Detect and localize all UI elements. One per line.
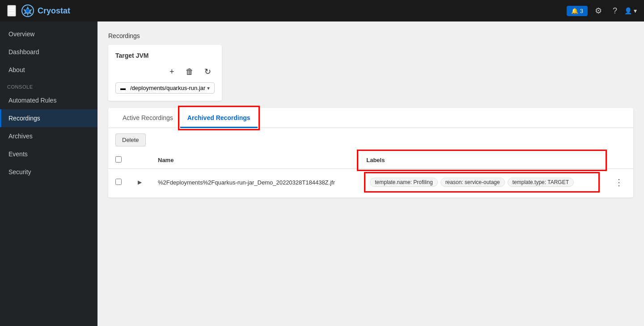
sidebar-label-security: Security — [8, 168, 31, 176]
sidebar-item-events[interactable]: Events — [0, 145, 97, 163]
tab-active-recordings[interactable]: Active Recordings — [115, 108, 180, 128]
label-tags-container: template.name: Profiling reason: service… — [366, 174, 597, 190]
trash-icon: 🗑 — [186, 67, 194, 77]
row-actions-cell: ⋮ — [605, 169, 633, 196]
sidebar-item-overview[interactable]: Overview — [0, 25, 97, 43]
table-header: Name Labels — [108, 152, 633, 169]
sidebar-label-overview: Overview — [8, 30, 34, 38]
target-actions: + 🗑 ↻ — [165, 64, 215, 79]
target-connection-icon: ▬ — [120, 85, 126, 91]
row-checkbox-cell — [108, 169, 129, 196]
row-name-cell: %2Fdeployments%2Fquarkus-run-jar_Demo_20… — [151, 169, 359, 196]
notifications-button[interactable]: 🔔 3 — [567, 6, 588, 16]
settings-button[interactable]: ⚙ — [591, 4, 606, 17]
recording-name: %2Fdeployments%2Fquarkus-run-jar_Demo_20… — [158, 179, 335, 186]
topbar-right: 🔔 3 ⚙ ? 👤 ▾ — [567, 4, 637, 17]
sidebar-item-automated-rules[interactable]: Automated Rules — [0, 91, 97, 109]
expand-row-button[interactable]: ▶ — [136, 178, 144, 186]
sidebar-label-events: Events — [8, 150, 28, 158]
sidebar-label-about: About — [8, 66, 25, 73]
sidebar-item-archives[interactable]: Archives — [0, 127, 97, 145]
add-recording-button[interactable]: + — [165, 64, 179, 79]
select-all-col — [108, 152, 129, 169]
help-icon: ? — [613, 6, 617, 15]
app-name: Cryostat — [38, 6, 70, 16]
sidebar-item-recordings[interactable]: Recordings — [0, 109, 97, 127]
refresh-icon: ↻ — [204, 67, 211, 77]
help-button[interactable]: ? — [609, 4, 621, 17]
delete-button[interactable]: Delete — [115, 133, 146, 146]
gear-icon: ⚙ — [595, 6, 602, 15]
user-icon: 👤 — [624, 7, 632, 14]
svg-point-2 — [26, 9, 30, 13]
sidebar-label-automated-rules: Automated Rules — [8, 97, 56, 104]
name-column-header: Name — [151, 152, 359, 169]
target-row: + 🗑 ↻ — [115, 64, 215, 79]
target-jvm-card: Target JVM + 🗑 ↻ ▬ /deployments/quarkus-… — [108, 45, 222, 101]
app-body: Overview Dashboard About Console Automat… — [0, 21, 644, 326]
sidebar-item-security[interactable]: Security — [0, 163, 97, 181]
main-content: Recordings Target JVM + 🗑 ↻ ▬ — [97, 21, 644, 326]
select-all-checkbox[interactable] — [115, 156, 122, 163]
tabs-bar: Active Recordings Archived Recordings — [108, 108, 633, 128]
page-section-label: Recordings — [108, 32, 633, 39]
labels-column-header: Labels — [359, 152, 605, 169]
table-row: ▶ %2Fdeployments%2Fquarkus-run-jar_Demo_… — [108, 169, 633, 196]
row-more-actions-button[interactable]: ⋮ — [612, 176, 626, 189]
user-dropdown-arrow: ▾ — [634, 7, 637, 14]
sidebar-item-about[interactable]: About — [0, 61, 97, 79]
sidebar-section-console: Console — [0, 79, 97, 91]
dropdown-arrow-icon: ▾ — [207, 85, 210, 91]
add-icon: + — [169, 67, 174, 77]
label-tag-template-name: template.name: Profiling — [370, 178, 437, 187]
bell-icon: 🔔 — [571, 8, 578, 14]
row-labels-cell: template.name: Profiling reason: service… — [359, 169, 605, 196]
hamburger-menu-button[interactable]: ☰ — [7, 5, 16, 17]
recordings-table: Name Labels ▶ %2Fdeployment — [108, 152, 633, 196]
table-body: ▶ %2Fdeployments%2Fquarkus-run-jar_Demo_… — [108, 169, 633, 196]
sidebar: Overview Dashboard About Console Automat… — [0, 21, 97, 326]
row-checkbox[interactable] — [115, 179, 122, 185]
app-logo: Cryostat — [21, 4, 70, 17]
row-expand-cell: ▶ — [129, 169, 151, 196]
sidebar-label-recordings: Recordings — [8, 115, 40, 122]
topbar: ☰ Cryostat 🔔 3 ⚙ ? 👤 ▾ — [0, 0, 644, 21]
tab-archived-label: Archived Recordings — [187, 114, 250, 121]
table-actions: Delete — [108, 128, 633, 152]
recordings-tabs-panel: Active Recordings Archived Recordings De… — [108, 108, 633, 197]
sidebar-item-dashboard[interactable]: Dashboard — [0, 43, 97, 61]
topbar-left: ☰ Cryostat — [7, 4, 567, 17]
user-menu[interactable]: 👤 ▾ — [624, 7, 637, 14]
actions-col — [605, 152, 633, 169]
tab-active-label: Active Recordings — [123, 114, 173, 121]
label-tag-reason: reason: service-outage — [441, 178, 505, 187]
target-jvm-dropdown[interactable]: ▬ /deployments/quarkus-run.jar ▾ — [115, 82, 215, 94]
tab-archived-recordings[interactable]: Archived Recordings — [180, 108, 258, 128]
expand-col — [129, 152, 151, 169]
cryostat-logo-icon — [21, 4, 34, 17]
target-jvm-value: /deployments/quarkus-run.jar — [130, 85, 205, 91]
label-tag-template-type: template.type: TARGET — [508, 178, 574, 187]
target-jvm-header: Target JVM — [115, 52, 215, 59]
delete-recording-button[interactable]: 🗑 — [182, 64, 197, 79]
refresh-button[interactable]: ↻ — [200, 64, 215, 79]
sidebar-label-dashboard: Dashboard — [8, 48, 39, 56]
notification-count: 3 — [580, 8, 583, 14]
sidebar-label-archives: Archives — [8, 133, 33, 140]
